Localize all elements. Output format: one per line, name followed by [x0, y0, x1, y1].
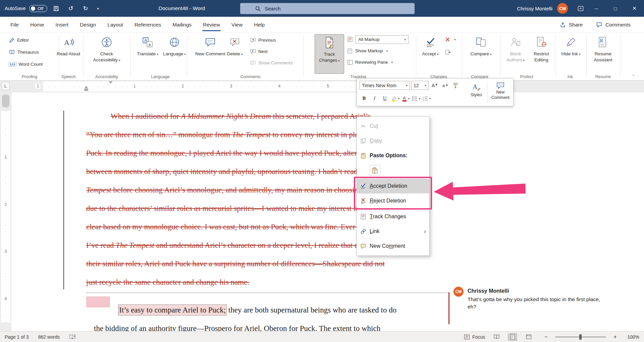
reviewing-pane-button[interactable]: Reviewing Pane ▾ [347, 58, 393, 67]
tracked-change-line[interactable]: just recycle the same character and chan… [86, 278, 249, 287]
track-changes-button[interactable]: Track Changes▾ [315, 34, 344, 74]
shrink-font-button[interactable]: A [440, 81, 449, 90]
tracked-change-line[interactable]: Puck. In reading the monologue, I played… [86, 149, 376, 158]
keep-source-formatting-paste-button[interactable] [370, 165, 380, 176]
context-menu-item-cut[interactable]: ✂ Cut [357, 119, 429, 133]
avatar[interactable]: CM [557, 3, 568, 14]
focus-mode-button[interactable]: Focus [464, 334, 485, 340]
vertical-ruler[interactable]: 1234 [0, 93, 11, 331]
read-aloud-button[interactable]: A Read Aloud [55, 34, 82, 57]
minimize-button[interactable]: ─ [587, 0, 606, 17]
maximize-button[interactable]: □ [606, 0, 625, 17]
highlight-color-button[interactable]: ▾ [391, 94, 400, 103]
markup-select[interactable]: All Markup ▾ [356, 35, 409, 44]
thesaurus-button[interactable]: Thesaurus [9, 48, 39, 57]
tab-stop-selector[interactable]: L [1, 82, 10, 90]
zoom-slider[interactable] [555, 337, 606, 337]
autosave-toggle[interactable]: Off [29, 5, 47, 12]
read-mode-button[interactable] [492, 333, 501, 341]
italic-button[interactable]: I [370, 94, 379, 103]
context-menu-item-reject-deletion[interactable]: Reject Deletion [357, 193, 429, 208]
language-button[interactable]: Language▾ [160, 34, 189, 57]
context-menu-item-accept-deletion[interactable]: Accept Deletion [357, 179, 429, 193]
proofing-status-button[interactable] [69, 334, 76, 340]
bullets-button[interactable]: ▾ [412, 94, 421, 103]
previous-comment-button[interactable]: Previous [250, 36, 276, 45]
tab-mailings[interactable]: Mailings [167, 17, 197, 33]
editor-button[interactable]: Editor [9, 36, 29, 45]
web-layout-button[interactable] [524, 333, 533, 341]
tab-references[interactable]: References [129, 17, 167, 33]
tracked-change-line[interactable]: When I auditioned for A Midsummer Night’… [111, 112, 371, 121]
save-button[interactable] [50, 2, 62, 15]
tab-layout[interactable]: Layout [102, 17, 129, 33]
undo-button[interactable]: ↺ [65, 2, 77, 15]
tab-review[interactable]: Review [197, 17, 226, 33]
context-menu-item-link[interactable]: Link › [357, 224, 429, 239]
underline-button[interactable]: U [380, 94, 389, 103]
restrict-editing-button[interactable]: Restrict Editing [526, 34, 556, 63]
reject-button[interactable]: ▾ [445, 35, 456, 44]
comments-button[interactable]: Comments [596, 22, 631, 28]
collapse-ribbon-button[interactable]: ⌃ [632, 72, 635, 81]
font-color-button[interactable]: A▾ [401, 94, 410, 103]
user-name[interactable]: Chrissy Montelli [517, 6, 552, 11]
tracked-change-line[interactable]: Tempest before choosing Ariel’s monologu… [86, 186, 382, 194]
zoom-in-button[interactable]: + [612, 334, 618, 340]
ribbon-display-options-button[interactable] [575, 2, 587, 15]
tab-insert[interactable]: Insert [50, 17, 74, 33]
page-indicator[interactable]: Page 1 of 3 [5, 334, 29, 340]
format-painter-button[interactable] [451, 81, 460, 90]
tracked-change-line[interactable]: between moments of sharp, quiet intensit… [86, 167, 371, 176]
hanging-indent-marker[interactable] [84, 86, 88, 89]
delete-comment-button[interactable]: Delete▾ [224, 34, 246, 57]
zoom-slider-thumb[interactable] [579, 334, 582, 340]
tab-help[interactable]: Help [248, 17, 270, 33]
first-line-indent-marker[interactable] [109, 81, 113, 84]
close-button[interactable]: ✕ [625, 0, 644, 17]
tab-file[interactable]: File [5, 17, 24, 33]
redo-button[interactable]: ↻ [79, 2, 92, 15]
compare-button[interactable]: Compare▾ [467, 34, 495, 57]
context-menu-item-copy[interactable]: Copy [357, 133, 429, 148]
check-accessibility-button[interactable]: Check Accessibility▾ [88, 34, 125, 63]
print-layout-button[interactable] [508, 333, 517, 341]
next-comment-button[interactable]: Next [250, 47, 268, 56]
next-change-button[interactable] [445, 48, 451, 57]
context-menu-item-new-comment[interactable]: New Comment [357, 239, 429, 253]
accept-button[interactable]: Accept▾ [419, 34, 442, 57]
mini-new-comment-button[interactable]: New Comment [490, 81, 511, 100]
zoom-out-button[interactable]: − [543, 334, 549, 340]
tracked-change-line[interactable]: I’ve read The Tempest and understand Ari… [86, 241, 376, 250]
selected-text[interactable]: It’s easy to compare Ariel to Puck; [118, 305, 226, 315]
horizontal-ruler[interactable]: L 112345 [0, 80, 644, 93]
left-indent-marker[interactable] [84, 89, 88, 91]
tracked-change-line[interactable]: due to the characters’ similar roles as … [86, 204, 377, 213]
new-comment-button[interactable]: New Comment [195, 34, 225, 57]
show-markup-button[interactable]: Show Markup ▾ [347, 46, 388, 55]
tab-view[interactable]: View [226, 17, 248, 33]
word-count-indicator[interactable]: 862 words [38, 334, 60, 340]
numbering-button[interactable]: 123▾ [422, 94, 431, 103]
word-count-button[interactable]: 123 Word Count [9, 60, 43, 69]
resume-assistant-button[interactable]: Resume Assistant [587, 34, 619, 63]
customize-quick-access-button[interactable]: ▾ [94, 2, 102, 15]
grow-font-button[interactable]: A [430, 81, 439, 90]
translate-button[interactable]: Aa Translate▾ [134, 34, 161, 57]
font-size-select[interactable]: 12 ▾ [411, 81, 429, 90]
styles-button[interactable]: A Styles [467, 82, 486, 98]
tracked-change-line[interactable]: “You are three men of sin…” monologue fr… [86, 130, 372, 139]
share-button[interactable]: Share [560, 22, 583, 28]
context-menu-item-track-changes[interactable]: Track Changes [357, 209, 429, 224]
bold-button[interactable]: B [360, 94, 369, 103]
show-comments-button[interactable]: Show Comments [250, 58, 293, 67]
font-name-select[interactable]: Times New Rom ▾ [360, 81, 410, 90]
comment-card[interactable]: CM Chrissy Montelli That’s gotta be why … [453, 287, 608, 311]
zoom-level[interactable]: 100% [625, 334, 639, 340]
hide-ink-button[interactable]: Hide Ink▾ [559, 34, 583, 57]
tracked-change-line[interactable]: their similar roles, Ariel and Puck have… [86, 260, 385, 268]
search-box[interactable]: Search [240, 3, 415, 14]
tracked-change-line[interactable]: clear based on my monologue choice. I wa… [86, 223, 373, 231]
tab-design[interactable]: Design [74, 17, 102, 33]
tab-home[interactable]: Home [24, 17, 50, 33]
